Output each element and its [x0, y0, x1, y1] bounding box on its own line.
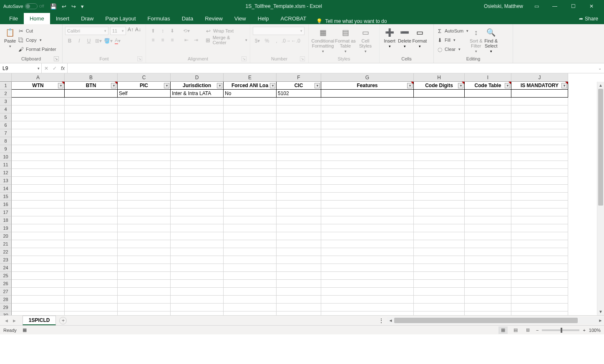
new-sheet-button[interactable]: + — [59, 317, 67, 324]
decrease-decimal-icon[interactable]: ←.0 — [291, 37, 300, 45]
cell-I14[interactable] — [465, 185, 511, 193]
row-header-3[interactable]: 3 — [0, 98, 12, 105]
filter-C[interactable]: ▾ — [164, 83, 169, 88]
cell-J13[interactable] — [511, 177, 568, 185]
cell-I29[interactable] — [465, 304, 511, 311]
cell-A13[interactable] — [12, 177, 65, 185]
cell-F7[interactable] — [277, 129, 321, 137]
cell-D14[interactable] — [171, 185, 224, 193]
column-header-A[interactable]: A — [12, 73, 65, 82]
cell-J19[interactable] — [511, 224, 568, 232]
cell-A24[interactable] — [12, 264, 65, 272]
macro-record-icon[interactable]: ▦ — [23, 327, 27, 333]
cell-D16[interactable] — [171, 201, 224, 208]
cell-G19[interactable] — [321, 224, 414, 232]
cell-E26[interactable] — [224, 280, 277, 288]
fill-color-button[interactable]: 🪣▾ — [103, 37, 113, 45]
sheet-next-icon[interactable]: ► — [12, 318, 17, 323]
sheet-prev-icon[interactable]: ◄ — [4, 318, 9, 323]
cell-B3[interactable] — [65, 98, 118, 105]
cell-I17[interactable] — [465, 208, 511, 216]
row-header-27[interactable]: 27 — [0, 288, 12, 296]
cell-F24[interactable] — [277, 264, 321, 272]
sort-filter-button[interactable]: ↕Sort & Filter▾ — [468, 26, 483, 56]
cell-C2[interactable]: Self — [118, 90, 171, 98]
column-header-C[interactable]: C — [118, 73, 171, 82]
cell-E9[interactable] — [224, 145, 277, 153]
cell-G30[interactable] — [321, 311, 414, 315]
undo-icon[interactable]: ↩ — [62, 3, 66, 10]
row-header-7[interactable]: 7 — [0, 129, 12, 137]
horizontal-scrollbar[interactable]: ◄ ► — [387, 317, 604, 324]
row-header-9[interactable]: 9 — [0, 145, 12, 153]
cell-I22[interactable] — [465, 248, 511, 256]
cell-D29[interactable] — [171, 304, 224, 311]
cell-G20[interactable] — [321, 232, 414, 240]
cell-D15[interactable] — [171, 193, 224, 201]
row-header-25[interactable]: 25 — [0, 272, 12, 280]
cell-H19[interactable] — [414, 224, 465, 232]
cell-J24[interactable] — [511, 264, 568, 272]
vertical-scrollbar[interactable]: ▲ ▼ — [597, 82, 604, 315]
row-header-4[interactable]: 4 — [0, 105, 12, 113]
cell-J8[interactable] — [511, 137, 568, 145]
filter-F[interactable]: ▾ — [315, 83, 320, 88]
align-left-icon[interactable]: ≡ — [148, 36, 158, 44]
cell-H13[interactable] — [414, 177, 465, 185]
find-select-button[interactable]: 🔍Find & Select▾ — [483, 26, 498, 56]
zoom-in-icon[interactable]: + — [583, 328, 585, 333]
close-icon[interactable]: ✕ — [582, 0, 601, 13]
cell-F26[interactable] — [277, 280, 321, 288]
cell-I8[interactable] — [465, 137, 511, 145]
cell-F22[interactable] — [277, 248, 321, 256]
cell-H15[interactable] — [414, 193, 465, 201]
user-name[interactable]: Osielski, Matthew — [484, 3, 523, 9]
cell-C14[interactable] — [118, 185, 171, 193]
autosum-button[interactable]: ΣAutoSum▾ — [436, 27, 468, 35]
cell-B25[interactable] — [65, 272, 118, 280]
cell-C18[interactable] — [118, 216, 171, 224]
cell-F20[interactable] — [277, 232, 321, 240]
cell-F29[interactable] — [277, 304, 321, 311]
cell-A17[interactable] — [12, 208, 65, 216]
clear-button[interactable]: ◌Clear▾ — [436, 45, 468, 53]
cell-F18[interactable] — [277, 216, 321, 224]
cell-G4[interactable] — [321, 105, 414, 113]
cell-C15[interactable] — [118, 193, 171, 201]
cell-D27[interactable] — [171, 288, 224, 296]
cell-J3[interactable] — [511, 98, 568, 105]
cell-B30[interactable] — [65, 311, 118, 315]
cell-A6[interactable] — [12, 121, 65, 129]
cell-A30[interactable] — [12, 311, 65, 315]
cell-B10[interactable] — [65, 153, 118, 161]
cell-D22[interactable] — [171, 248, 224, 256]
cell-J7[interactable] — [511, 129, 568, 137]
cell-E8[interactable] — [224, 137, 277, 145]
cell-G22[interactable] — [321, 248, 414, 256]
cell-B6[interactable] — [65, 121, 118, 129]
column-header-G[interactable]: G — [321, 73, 414, 82]
minimize-icon[interactable]: — — [546, 0, 564, 13]
cell-F11[interactable] — [277, 161, 321, 169]
increase-decimal-icon[interactable]: .0→ — [282, 37, 291, 45]
cell-H6[interactable] — [414, 121, 465, 129]
cell-G16[interactable] — [321, 201, 414, 208]
cell-C10[interactable] — [118, 153, 171, 161]
paste-button[interactable]: 📋 Paste ▾ — [3, 26, 18, 56]
cell-G24[interactable] — [321, 264, 414, 272]
cell-E18[interactable] — [224, 216, 277, 224]
cell-E27[interactable] — [224, 288, 277, 296]
cell-G23[interactable] — [321, 256, 414, 264]
cell-F30[interactable] — [277, 311, 321, 315]
cell-E4[interactable] — [224, 105, 277, 113]
cell-H2[interactable] — [414, 90, 465, 98]
cell-A2[interactable] — [12, 90, 65, 98]
cell-D12[interactable] — [171, 169, 224, 177]
cell-E21[interactable] — [224, 240, 277, 248]
cell-E19[interactable] — [224, 224, 277, 232]
cell-E17[interactable] — [224, 208, 277, 216]
save-icon[interactable]: 💾 — [50, 3, 57, 10]
cell-B22[interactable] — [65, 248, 118, 256]
cell-C7[interactable] — [118, 129, 171, 137]
cell-E20[interactable] — [224, 232, 277, 240]
